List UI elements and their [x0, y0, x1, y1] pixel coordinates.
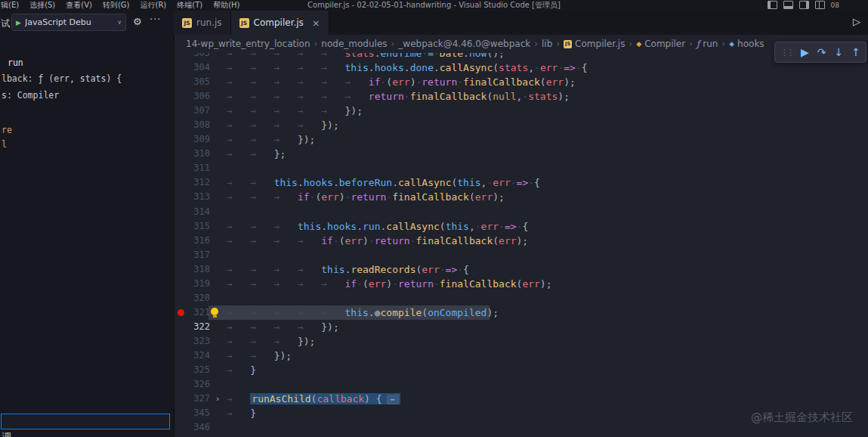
fold-gutter[interactable]	[210, 132, 225, 147]
breakpoint-gutter[interactable]	[174, 406, 189, 420]
code-line[interactable]: 324→ → });	[174, 349, 868, 363]
breakpoint-gutter[interactable]	[174, 147, 189, 161]
code-line[interactable]: 313→ → → if·(err)·return·finalCallback(e…	[174, 190, 868, 204]
fold-chevron-icon[interactable]: ›	[210, 392, 225, 406]
breakpoint-gutter[interactable]	[174, 161, 189, 175]
code-line-content[interactable]: → → → → → if·(err)·return·finalCallback(…	[225, 277, 868, 291]
code-line[interactable]: 306→ → → → → → return·finalCallback(null…	[174, 89, 868, 104]
menu-item[interactable]: 选择(S)	[24, 0, 60, 11]
code-line[interactable]: 322→ → → → });	[174, 320, 868, 334]
breakpoint-gutter[interactable]	[174, 190, 189, 204]
fold-gutter[interactable]	[210, 377, 225, 392]
step-over-button[interactable]: ↷	[817, 47, 826, 57]
fold-gutter[interactable]	[210, 161, 225, 175]
breakpoint-gutter[interactable]	[174, 277, 189, 291]
line-number[interactable]: 317	[189, 248, 210, 262]
code-line-content[interactable]: → → this.hooks.beforeRun.callAsync(this,…	[225, 175, 868, 190]
breadcrumb-item[interactable]: 14-wp_write_entry_location	[186, 39, 310, 49]
code-line[interactable]: 323→ → → });	[174, 334, 868, 349]
code-line[interactable]: 307→ → → → → });	[174, 104, 868, 118]
fold-gutter[interactable]	[210, 349, 225, 363]
code-line-content[interactable]: → → → → });	[225, 320, 868, 334]
breakpoint-gutter[interactable]	[174, 305, 189, 320]
breakpoint-gutter[interactable]	[174, 392, 189, 406]
code-line[interactable]: 310→ → };	[174, 147, 868, 161]
breakpoint-gutter[interactable]	[174, 420, 189, 435]
fold-gutter[interactable]	[210, 60, 225, 75]
code-line[interactable]: 326	[174, 377, 868, 392]
breadcrumb-item[interactable]: JSCompiler.js	[564, 39, 625, 49]
breakpoint-gutter[interactable]	[174, 75, 189, 89]
fold-gutter[interactable]	[210, 89, 225, 104]
fold-gutter[interactable]	[210, 205, 225, 219]
code-line-content[interactable]: → → → → → this.hooks.done.callAsync(stat…	[225, 60, 868, 75]
code-line[interactable]: 327›→ runAsChild(callback)·{⋯	[174, 392, 868, 406]
breakpoint-gutter[interactable]	[174, 118, 189, 132]
breakpoint-gutter[interactable]	[174, 262, 189, 277]
menu-item[interactable]: 运行(R)	[135, 0, 172, 11]
breadcrumb-item[interactable]: ƒrun	[697, 39, 718, 49]
breakpoint-gutter[interactable]	[174, 363, 189, 377]
code-line[interactable]: 311	[174, 161, 868, 175]
run-file-button[interactable]: ▷	[853, 16, 860, 27]
start-debug-icon[interactable]: ▶	[16, 19, 21, 26]
layout-customize-icon[interactable]	[815, 1, 825, 9]
breakpoint-gutter[interactable]	[174, 175, 189, 190]
line-number[interactable]: 326	[189, 377, 210, 392]
code-line[interactable]: 316→ → → → if·(err)·return·finalCallback…	[174, 234, 868, 248]
step-out-button[interactable]: ↑	[851, 47, 860, 57]
fold-gutter[interactable]	[210, 277, 225, 291]
folded-code-badge[interactable]: ⋯	[387, 395, 399, 404]
code-line[interactable]: 309→ → → });	[174, 132, 868, 147]
code-line[interactable]: 304→ → → → → this.hooks.done.callAsync(s…	[174, 60, 868, 75]
debug-variable-item[interactable]: run	[8, 57, 23, 68]
menu-item[interactable]: 帮助(H)	[208, 0, 245, 11]
breakpoint-gutter[interactable]	[174, 60, 189, 75]
line-number[interactable]: 323	[189, 334, 210, 349]
editor-tab[interactable]: JSCompiler.js×	[231, 11, 329, 35]
more-actions-icon[interactable]: ···	[150, 14, 161, 25]
code-line-content[interactable]: → → → if·(err)·return·finalCallback(err)…	[225, 190, 868, 204]
line-number[interactable]: 325	[189, 363, 210, 377]
line-number[interactable]: 322	[189, 320, 210, 334]
menu-item[interactable]: 终端(T)	[171, 0, 208, 11]
code-line-content[interactable]	[225, 161, 868, 175]
menu-item[interactable]: 查看(V)	[60, 0, 97, 11]
line-number[interactable]: 327	[189, 392, 210, 406]
code-line-content[interactable]	[225, 377, 868, 392]
line-number[interactable]: 304	[189, 60, 210, 75]
fold-gutter[interactable]	[210, 420, 225, 435]
fold-gutter[interactable]	[210, 406, 225, 420]
line-number[interactable]: 318	[189, 262, 210, 277]
code-line-content[interactable]: → → → → → this.●compile(onCompiled);	[225, 305, 868, 320]
code-line[interactable]: 314	[174, 205, 868, 219]
layout-panel-icon[interactable]	[783, 1, 793, 9]
breadcrumb-item[interactable]: lib	[542, 39, 552, 49]
fold-gutter[interactable]	[210, 75, 225, 89]
debug-variable-item[interactable]: lback: ƒ (err, stats) {	[2, 73, 122, 84]
code-line[interactable]: 317	[174, 248, 868, 262]
toolbar-drag-handle[interactable]: ⋮⋮	[780, 48, 792, 57]
code-line-content[interactable]: → → });	[225, 349, 868, 363]
debug-variable-item[interactable]: s: Compiler	[2, 90, 59, 101]
breakpoint-gutter[interactable]	[174, 291, 189, 305]
line-number[interactable]: 307	[189, 104, 210, 118]
code-line[interactable]: 315→ → → this.hooks.run.callAsync(this,·…	[174, 219, 868, 234]
line-number[interactable]: 315	[189, 219, 210, 234]
fold-gutter[interactable]	[210, 147, 225, 161]
line-number[interactable]: 319	[189, 277, 210, 291]
line-number[interactable]: 308	[189, 118, 210, 132]
breakpoint-gutter[interactable]	[174, 104, 189, 118]
code-line-content[interactable]: → → → });	[225, 132, 868, 147]
code-line[interactable]: 305→ → → → → → if·(err)·return·finalCall…	[174, 75, 868, 89]
line-number[interactable]: 309	[189, 132, 210, 147]
line-number[interactable]: 346	[189, 420, 210, 435]
line-number[interactable]: 316	[189, 234, 210, 248]
menu-item[interactable]: 辑(E)	[0, 0, 24, 11]
code-line[interactable]: 312→ → this.hooks.beforeRun.callAsync(th…	[174, 175, 868, 190]
layout-sidebar-right-icon[interactable]	[799, 1, 809, 9]
fold-gutter[interactable]	[210, 104, 225, 118]
line-number[interactable]: 324	[189, 349, 210, 363]
code-line-content[interactable]: → → → → this.readRecords(err·=>·{	[225, 262, 868, 277]
fold-gutter[interactable]	[210, 262, 225, 277]
